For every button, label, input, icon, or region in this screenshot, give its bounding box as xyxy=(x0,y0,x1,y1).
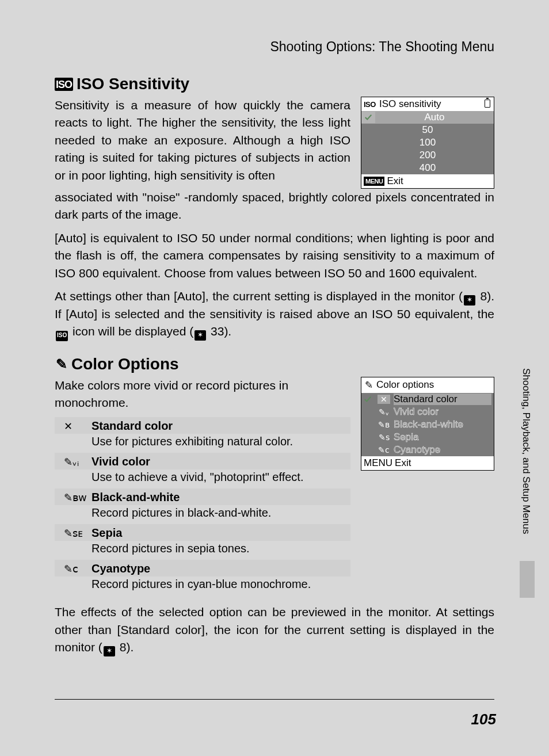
color-lcd-title-text: Color options xyxy=(376,379,434,391)
color-lcd-row-selected[interactable]: ✕ Standard color xyxy=(361,393,494,406)
iso-lcd-row[interactable]: 400 xyxy=(361,162,494,174)
side-tab xyxy=(520,561,535,598)
color-lcd-row-label: Cyanotype xyxy=(394,444,491,456)
iso-heading: ISO ISO Sensitivity xyxy=(55,75,494,93)
option-icon: ✎ᵥᵢ xyxy=(64,456,92,468)
option-standard: ✕ Standard color xyxy=(55,417,350,434)
color-heading: ✎ Color Options xyxy=(55,355,494,373)
color-p2-b: ). xyxy=(126,640,134,654)
ref-icon: ✶ xyxy=(104,646,115,656)
iso-lcd-title-text: ISO sensitivity xyxy=(379,98,441,110)
option-title: Cyanotype xyxy=(92,562,150,575)
iso-lcd-title-icon: ISO xyxy=(364,100,376,109)
iso-para-1b: associated with "noise" -randomly spaced… xyxy=(55,189,494,224)
color-text-col: Make colors more vivid or record picture… xyxy=(55,377,350,596)
color-heading-text: Color Options xyxy=(71,355,179,373)
color-lcd-row-icon: ✎ᴄ xyxy=(378,445,390,455)
footer-rule xyxy=(55,699,494,700)
ref-icon: ✶ xyxy=(195,330,206,341)
iso-lcd-body: Auto 50 100 200 400 xyxy=(361,111,494,174)
option-icon: ✎ꜱᴇ xyxy=(64,527,92,540)
header: Shooting Options: The Shooting Menu xyxy=(0,0,549,69)
color-options-table: ✕ Standard color Use for pictures exhibi… xyxy=(55,417,350,595)
option-vivid: ✎ᵥᵢ Vivid color xyxy=(55,453,350,469)
content: ISO ISO Sensitivity Sensitivity is a mea… xyxy=(55,75,494,656)
iso-inline-icon: ISO xyxy=(56,331,68,341)
option-title: Black-and-white xyxy=(92,491,180,504)
iso-para-2: [Auto] is equivalent to ISO 50 under nor… xyxy=(55,230,494,282)
iso-lcd-exit[interactable]: Exit xyxy=(387,175,403,187)
color-lcd-row[interactable]: ✎ᴄ Cyanotype xyxy=(361,444,494,456)
color-heading-icon: ✎ xyxy=(55,356,68,372)
option-icon: ✎ᴄ xyxy=(64,563,92,575)
option-icon: ✕ xyxy=(64,420,92,433)
color-lcd-row[interactable]: ✎ʙ Black-and-white xyxy=(361,418,494,431)
option-desc: Record pictures in sepia tones. xyxy=(55,541,350,560)
color-lcd-row-icon: ✎ᵥ xyxy=(378,407,390,417)
color-lcd-row-label: Black-and-white xyxy=(394,419,491,430)
color-lcd-row[interactable]: ✎ᵥ Vivid color xyxy=(361,406,494,418)
iso-block: Sensitivity is a measure of how quickly … xyxy=(55,97,494,189)
option-desc: Use for pictures exhibiting natural colo… xyxy=(55,434,350,453)
color-lcd-title-icon: ✎ xyxy=(365,379,373,391)
menu-tag-icon: MENU xyxy=(364,177,384,186)
color-lcd-footer: MENU Exit xyxy=(361,456,494,470)
page: Shooting Options: The Shooting Menu ISO … xyxy=(0,0,549,756)
color-lcd-row-label: Vivid color xyxy=(394,406,491,418)
side-label: Shooting, Playback, and Setup Menus xyxy=(520,368,532,534)
section-title: Shooting Options: The Shooting Menu xyxy=(270,39,494,55)
color-lcd-row-label: Sepia xyxy=(394,432,491,443)
iso-lcd-title-row: ISO ISO sensitivity xyxy=(361,97,494,111)
iso-heading-icon: ISO xyxy=(55,78,73,91)
iso-lcd-footer: MENU Exit xyxy=(361,174,494,188)
iso-lcd-row[interactable]: 200 xyxy=(361,149,494,162)
color-para-2: The effects of the selected option can b… xyxy=(55,604,494,656)
menu-tag-icon: MENU xyxy=(364,457,392,469)
iso-heading-text: ISO Sensitivity xyxy=(77,75,189,93)
color-lcd-row-icon: ✕ xyxy=(378,395,390,404)
option-title: Standard color xyxy=(92,419,173,433)
option-bw: ✎ʙᴡ Black-and-white xyxy=(55,488,350,505)
color-para-1: Make colors more vivid or record picture… xyxy=(55,377,350,412)
check-icon xyxy=(361,112,375,123)
iso-p3-ref1: 8 xyxy=(480,289,487,303)
color-lcd-title-row: ✎ Color options xyxy=(361,377,494,393)
iso-p3-ref2: 33 xyxy=(211,324,224,338)
option-title: Sepia xyxy=(92,526,122,540)
iso-lcd-row[interactable]: 50 xyxy=(361,124,494,136)
iso-para-1a: Sensitivity is a measure of how quickly … xyxy=(55,97,350,184)
color-lcd: ✎ Color options ✕ Standard color ✎ᵥ V xyxy=(361,377,494,471)
color-lcd-row-icon: ✎ꜱ xyxy=(378,433,390,442)
iso-para-3: At settings other than [Auto], the curre… xyxy=(55,288,494,341)
iso-p3-c: icon will be displayed ( xyxy=(69,324,193,338)
option-icon: ✎ʙᴡ xyxy=(64,491,92,504)
color-block: Make colors more vivid or record picture… xyxy=(55,377,494,596)
iso-lcd: ISO ISO sensitivity Auto 50 100 200 400 xyxy=(361,97,494,189)
iso-text-col: Sensitivity is a measure of how quickly … xyxy=(55,97,350,189)
page-number: 105 xyxy=(471,711,496,728)
color-p2-ref: 8 xyxy=(120,640,127,654)
iso-p3-d: ). xyxy=(224,324,231,338)
option-sepia: ✎ꜱᴇ Sepia xyxy=(55,524,350,541)
check-icon xyxy=(361,395,374,403)
color-lcd-row-icon: ✎ʙ xyxy=(378,420,390,429)
iso-lcd-row[interactable]: 100 xyxy=(361,136,494,149)
color-lcd-exit[interactable]: Exit xyxy=(395,457,411,469)
option-desc: Use to achieve a vivid, "photoprint" eff… xyxy=(55,469,350,488)
ref-icon: ✶ xyxy=(464,295,475,306)
option-cyan: ✎ᴄ Cyanotype xyxy=(55,560,350,576)
color-lcd-body: ✕ Standard color ✎ᵥ Vivid color ✎ʙ Black… xyxy=(361,393,494,456)
iso-lcd-selected-value: Auto xyxy=(375,112,494,123)
color-lcd-row-label: Standard color xyxy=(394,394,491,405)
color-lcd-row[interactable]: ✎ꜱ Sepia xyxy=(361,431,494,444)
option-desc: Record pictures in cyan-blue monochrome. xyxy=(55,576,350,595)
option-desc: Record pictures in black-and-white. xyxy=(55,505,350,524)
iso-lcd-selected-row[interactable]: Auto xyxy=(361,111,494,124)
battery-icon xyxy=(485,100,490,108)
iso-p3-a: At settings other than [Auto], the curre… xyxy=(55,289,463,303)
option-title: Vivid color xyxy=(92,455,150,468)
